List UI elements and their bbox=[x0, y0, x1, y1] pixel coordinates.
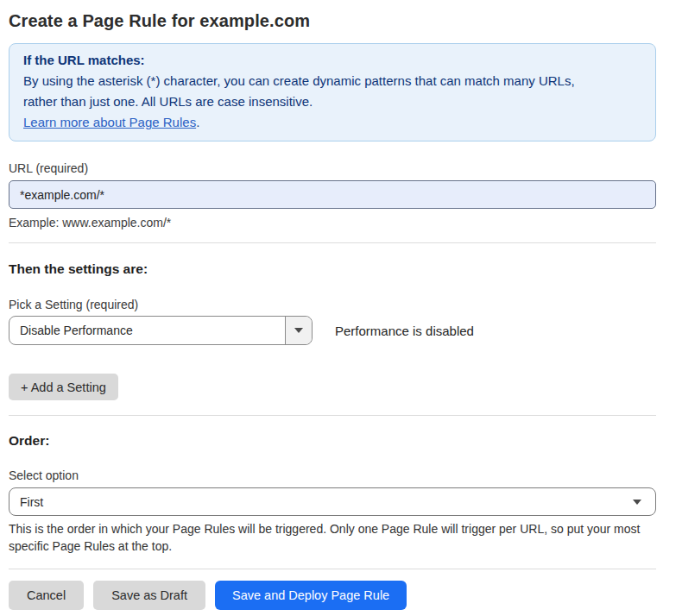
url-input[interactable] bbox=[9, 180, 656, 209]
order-select-value: First bbox=[20, 495, 43, 509]
setting-dropdown-value: Disable Performance bbox=[9, 324, 285, 337]
info-box-heading: If the URL matches: bbox=[23, 50, 641, 71]
settings-heading: Then the settings are: bbox=[9, 261, 656, 277]
setting-row: Disable Performance Performance is disab… bbox=[9, 316, 656, 345]
caret-down-icon bbox=[633, 500, 641, 505]
url-match-info-box: If the URL matches: By using the asteris… bbox=[9, 43, 656, 141]
info-box-body: By using the asterisk (*) character, you… bbox=[23, 71, 597, 112]
setting-status-text: Performance is disabled bbox=[335, 324, 474, 338]
order-select[interactable]: First bbox=[9, 487, 656, 516]
link-period: . bbox=[196, 115, 199, 129]
url-label: URL (required) bbox=[9, 160, 656, 176]
divider bbox=[9, 242, 656, 243]
footer-actions: Cancel Save as Draft Save and Deploy Pag… bbox=[9, 581, 656, 610]
setting-dropdown-button[interactable] bbox=[285, 317, 312, 344]
select-option-label: Select option bbox=[9, 468, 656, 483]
divider bbox=[9, 569, 656, 569]
order-heading: Order: bbox=[9, 433, 656, 449]
add-setting-button[interactable]: + Add a Setting bbox=[9, 374, 118, 400]
divider bbox=[9, 415, 656, 416]
page-title: Create a Page Rule for example.com bbox=[9, 10, 656, 31]
cancel-button[interactable]: Cancel bbox=[9, 581, 84, 610]
pick-setting-label: Pick a Setting (required) bbox=[9, 297, 656, 312]
order-help-text: This is the order in which your Page Rul… bbox=[9, 520, 649, 555]
setting-dropdown[interactable]: Disable Performance bbox=[9, 316, 313, 345]
info-box-link-line: Learn more about Page Rules. bbox=[23, 112, 641, 133]
create-page-rule-form: Create a Page Rule for example.com If th… bbox=[0, 0, 682, 616]
save-deploy-button[interactable]: Save and Deploy Page Rule bbox=[215, 581, 407, 610]
caret-down-icon bbox=[294, 328, 303, 333]
save-draft-button[interactable]: Save as Draft bbox=[93, 581, 205, 610]
url-example-text: Example: www.example.com/* bbox=[9, 215, 656, 230]
learn-more-link[interactable]: Learn more about Page Rules bbox=[23, 115, 196, 129]
